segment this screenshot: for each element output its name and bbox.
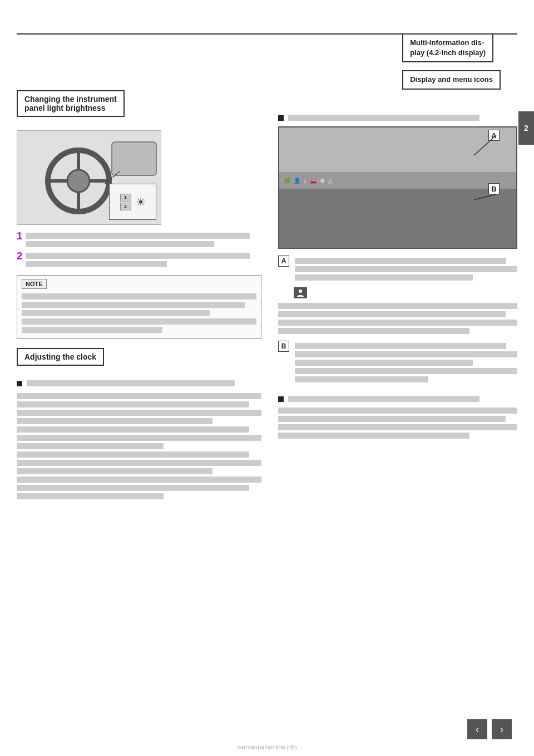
section-B-header: B: [278, 341, 517, 385]
section-B-text-4: [295, 368, 517, 374]
clock-text-3: [17, 410, 261, 416]
section-B-text-3: [295, 360, 473, 366]
zoom-inset: 1 2 ☀: [109, 184, 156, 220]
svg-point-11: [299, 289, 302, 293]
display-label-B: B: [488, 183, 500, 194]
right-intro-text: [288, 115, 479, 121]
main-section-title-line1: Multi-information dis-: [410, 38, 484, 47]
display-image-area: 🌿 👤 ♪ 🚗 ⚙ △ A B: [278, 126, 517, 249]
right-black-square: [278, 115, 284, 121]
brightness-section: Changing the instrumentpanel light brigh…: [17, 90, 261, 339]
section-A-text-1: [295, 258, 506, 264]
display-icons-row: 🌿 👤 ♪ 🚗 ⚙ △: [279, 172, 516, 189]
section-A-header: A: [278, 256, 517, 283]
button-2-label: 2: [120, 203, 131, 210]
right-column: 🌿 👤 ♪ 🚗 ⚙ △ A B: [273, 112, 517, 502]
icon-music: ♪: [304, 178, 306, 184]
clock-text-8: [17, 451, 249, 458]
section-A-text-2: [295, 266, 517, 272]
prev-icon: ‹: [476, 724, 479, 735]
step-1-text-1: [26, 233, 250, 239]
note-title: NOTE: [22, 279, 47, 289]
clock-text-10: [17, 468, 212, 474]
black-square-1: [17, 381, 22, 386]
section-B-text-1: [295, 343, 506, 349]
right-additional-text: [288, 396, 479, 402]
brightness-title: Changing the instrumentpanel light brigh…: [24, 95, 117, 112]
right-additional-2: [278, 416, 506, 422]
section-A-icons: [293, 286, 517, 300]
section-B-area: B: [278, 341, 517, 385]
subsection-title-box: Display and menu icons: [402, 70, 501, 89]
brightness-icon: ☀: [136, 195, 146, 209]
note-line-4: [22, 318, 256, 325]
icon-leaf: 🌿: [284, 178, 290, 184]
right-additional-section: [278, 394, 517, 439]
clock-text-7: [17, 443, 164, 449]
icon-person: 👤: [294, 178, 300, 184]
section-B-text-2: [295, 351, 517, 357]
section-A-text-4: [278, 303, 517, 309]
display-bottom-section: [279, 189, 516, 248]
section-A-text-6: [278, 320, 517, 326]
subsection-title: Display and menu icons: [410, 75, 493, 84]
section-A-text-5: [278, 311, 506, 317]
svg-rect-7: [112, 142, 156, 175]
main-section-title-line2: play (4.2-inch display): [410, 48, 486, 57]
instrument-panel-image: 1 2 ☀: [17, 130, 161, 225]
badge-B: B: [278, 341, 289, 352]
clock-text-block: [17, 393, 261, 499]
clock-section-content: [17, 378, 261, 389]
display-top-section: [279, 127, 516, 172]
bottom-nav: ‹ ›: [467, 719, 512, 739]
page-container: 2 Multi-information dis- play (4.2-inch …: [0, 0, 534, 756]
clock-text-13: [17, 493, 164, 499]
chapter-number: 2: [524, 124, 528, 132]
zoom-control-buttons: 1 2: [120, 194, 131, 210]
clock-section: Adjusting the clock: [17, 348, 261, 499]
left-column: Changing the instrumentpanel light brigh…: [17, 46, 273, 502]
note-box: NOTE: [17, 275, 261, 339]
button-1-label: 1: [120, 194, 131, 202]
clock-text-4: [17, 418, 212, 424]
chapter-tab: 2: [518, 111, 534, 145]
step-1-number: 1: [17, 230, 22, 242]
main-section-title-box: Multi-information dis- play (4.2-inch di…: [402, 33, 493, 62]
icon-warning: △: [328, 178, 333, 184]
step-1-text-2: [26, 241, 214, 247]
right-additional-1: [278, 408, 517, 414]
section-A-area: A: [278, 256, 517, 334]
right-additional-4: [278, 433, 469, 439]
step-2-text-1: [26, 253, 250, 259]
clock-text-2: [17, 401, 249, 408]
section-A-text-3: [295, 274, 473, 281]
step-2-line: 2: [17, 251, 261, 269]
clock-text-5: [17, 426, 249, 433]
icon-settings: ⚙: [320, 178, 325, 184]
step-1-line: 1: [17, 230, 261, 249]
clock-title-box: Adjusting the clock: [17, 348, 104, 366]
section-B-text-5: [295, 376, 428, 382]
right-black-square-2: [278, 396, 284, 402]
brightness-title-box: Changing the instrumentpanel light brigh…: [17, 90, 125, 117]
clock-title: Adjusting the clock: [24, 352, 96, 361]
note-line-2: [22, 302, 245, 308]
clock-text-1: [17, 393, 261, 399]
svg-point-2: [67, 170, 90, 192]
clock-text-6: [17, 435, 261, 441]
clock-text-11: [17, 477, 261, 483]
icon-person-sub: [294, 287, 307, 298]
step-2-text-2: [26, 261, 167, 267]
badge-A: A: [278, 256, 289, 267]
note-line-3: [22, 310, 210, 316]
prev-page-button[interactable]: ‹: [467, 719, 487, 739]
clock-text-9: [17, 460, 261, 466]
next-page-button[interactable]: ›: [492, 719, 512, 739]
note-line-5: [22, 327, 162, 333]
steps-area: 1 2: [17, 230, 261, 269]
clock-text-12: [17, 485, 249, 491]
section-A-text-7: [278, 328, 469, 334]
clock-intro-line: [27, 380, 235, 386]
step-2-number: 2: [17, 251, 22, 262]
display-label-A: A: [488, 130, 500, 141]
